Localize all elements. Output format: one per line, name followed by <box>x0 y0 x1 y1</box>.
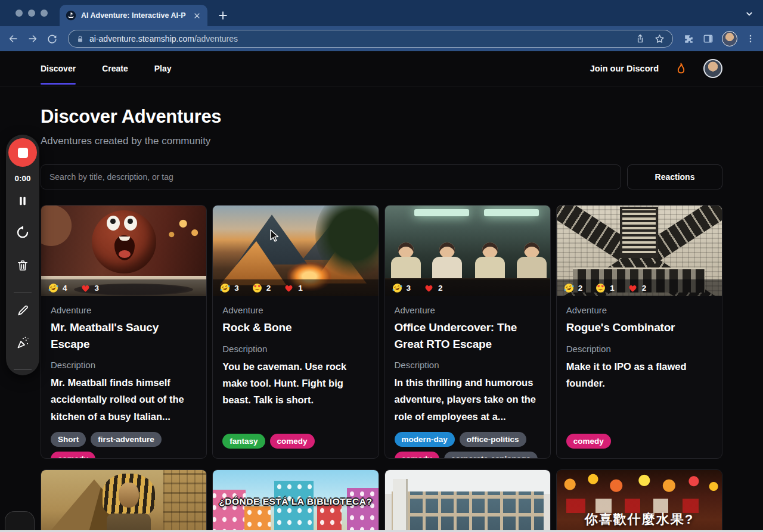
browser-tab[interactable]: AI Adventure: Interactive AI-P <box>60 5 207 26</box>
back-button[interactable] <box>7 33 19 45</box>
office-building-facade-illustration <box>392 491 544 532</box>
tag-corporate-espionage[interactable]: corporate-espionage <box>444 452 538 459</box>
adventure-card-office-building[interactable] <box>384 469 551 532</box>
window-minimize-button[interactable] <box>28 10 35 17</box>
stop-recording-button[interactable] <box>8 138 37 167</box>
nav-tab-discover[interactable]: Discover <box>41 51 76 86</box>
heart-eyes-emoji-icon <box>252 283 262 293</box>
webcam-bubble[interactable] <box>5 511 35 532</box>
adventure-title: Mr. Meatball's Saucy Escape <box>51 319 197 352</box>
card-body: Adventure Rogue's Combinator Description… <box>557 296 722 458</box>
page-url[interactable]: ai-adventure.steamship.com/adventures <box>89 34 238 43</box>
tag-modern-day[interactable]: modern-day <box>395 432 455 447</box>
reaction-heart[interactable]: 2 <box>628 283 647 293</box>
share-icon[interactable] <box>635 33 646 44</box>
nav-tab-create[interactable]: Create <box>102 51 128 86</box>
tab-search-chevron-icon[interactable] <box>744 8 755 19</box>
reaction-heart-eyes[interactable]: 2 <box>252 283 271 293</box>
tag-office-politics[interactable]: office-politics <box>460 432 526 447</box>
adventure-card-egypt[interactable] <box>41 469 207 532</box>
reaction-count: 2 <box>266 284 271 293</box>
tag-list: modern-day office-politics comedy corpor… <box>395 425 541 459</box>
extensions-puzzle-icon[interactable] <box>683 33 694 45</box>
ceiling-light-illustration <box>484 209 539 216</box>
adventures-grid: 4 3 Adventure Mr. Meatball's Saucy Escap… <box>41 205 722 532</box>
reaction-rofl[interactable]: 4 <box>48 283 67 293</box>
heart-emoji-icon <box>628 283 638 293</box>
rofl-emoji-icon <box>220 283 230 293</box>
join-discord-link[interactable]: Join our Discord <box>590 64 659 73</box>
user-avatar[interactable] <box>703 59 722 78</box>
pharaoh-face-illustration <box>119 483 139 508</box>
adventure-card-rock-bone[interactable]: 3 2 1 Advent <box>212 205 379 459</box>
adventure-label: Adventure <box>395 305 541 315</box>
forward-button[interactable] <box>27 33 39 45</box>
reaction-count: 4 <box>63 284 67 293</box>
tag-comedy[interactable]: comedy <box>51 452 95 459</box>
tag-first-adventure[interactable]: first-adventure <box>91 432 162 447</box>
reactions-sort-button[interactable]: Reactions <box>627 164 722 189</box>
adventure-cover-image: 3 2 1 <box>213 206 378 296</box>
tab-close-icon[interactable] <box>193 11 201 20</box>
window-close-button[interactable] <box>15 10 23 17</box>
reaction-rofl[interactable]: 3 <box>220 283 239 293</box>
reaction-rofl[interactable]: 2 <box>564 283 583 293</box>
effects-wand-icon[interactable] <box>15 336 30 350</box>
description-label: Description <box>222 344 368 354</box>
heart-eyes-emoji-icon <box>595 283 606 293</box>
building-tower-illustration <box>393 479 408 532</box>
card-body: Adventure Rock & Bone Description You be… <box>213 296 378 458</box>
side-panel-icon[interactable] <box>702 33 714 45</box>
restart-recording-icon[interactable] <box>15 225 30 239</box>
browser-profile-avatar[interactable] <box>722 31 737 46</box>
tag-comedy[interactable]: comedy <box>270 434 315 449</box>
reaction-heart[interactable]: 1 <box>284 283 303 293</box>
reaction-count: 3 <box>234 284 239 293</box>
address-bar[interactable]: ai-adventure.steamship.com/adventures <box>68 30 673 48</box>
adventure-card-fruit-market[interactable]: 你喜歡什麼水果? <box>556 469 722 532</box>
adventure-card-biblioteca[interactable]: ¿DÓNDE ESTÁ LA BIBLIOTECA? <box>212 469 379 532</box>
rofl-emoji-icon <box>392 283 402 293</box>
page-subtitle: Adventures created by the community <box>41 135 722 147</box>
adventure-card-rogues-combinator[interactable]: 2 1 2 Advent <box>556 205 722 459</box>
lock-icon <box>76 35 85 43</box>
reaction-heart[interactable]: 2 <box>424 283 443 293</box>
reaction-count: 1 <box>610 284 615 293</box>
flame-icon[interactable] <box>674 62 688 76</box>
adventure-cover-image: ¿DÓNDE ESTÁ LA BIBLIOTECA? <box>213 470 378 532</box>
site-navigation: Discover Create Play Join our Discord <box>0 51 763 86</box>
office-worker-illustration <box>390 242 422 281</box>
pharaoh-body-illustration <box>107 514 151 532</box>
recording-timer: 0:00 <box>14 174 30 183</box>
adventure-description: Mr. Meatball finds himself accidentally … <box>51 374 197 425</box>
nav-tab-play[interactable]: Play <box>154 51 172 86</box>
new-tab-button[interactable] <box>217 10 229 21</box>
reaction-rofl[interactable]: 3 <box>392 283 411 293</box>
reaction-heart-eyes[interactable]: 1 <box>595 283 615 293</box>
pause-recording-icon[interactable] <box>16 194 30 208</box>
heart-emoji-icon <box>424 283 434 293</box>
adventure-card-office-undercover[interactable]: 3 2 Adventure Office Undercover: The Gre… <box>384 205 551 459</box>
active-tab-underline <box>41 83 76 85</box>
reaction-heart[interactable]: 3 <box>80 283 100 293</box>
reload-button[interactable] <box>46 33 58 45</box>
window-zoom-button[interactable] <box>41 10 48 17</box>
reaction-count: 2 <box>642 284 647 293</box>
bookmark-star-icon[interactable] <box>654 33 665 45</box>
discover-main: Discover Adventures Adventures created b… <box>0 106 763 532</box>
delete-recording-icon[interactable] <box>16 259 30 272</box>
rofl-emoji-icon <box>564 283 574 293</box>
tag-comedy[interactable]: comedy <box>566 434 611 449</box>
adventure-card-meatball[interactable]: 4 3 Adventure Mr. Meatball's Saucy Escap… <box>41 205 207 459</box>
tag-short[interactable]: Short <box>51 432 86 447</box>
pen-annotation-icon[interactable] <box>16 304 30 318</box>
building-illustration <box>347 488 378 532</box>
tag-comedy[interactable]: comedy <box>395 452 439 459</box>
search-input[interactable] <box>41 164 621 189</box>
cover-caption-text: ¿DÓNDE ESTÁ LA BIBLIOTECA? <box>213 496 378 507</box>
tag-fantasy[interactable]: fantasy <box>222 434 265 449</box>
window-controls[interactable] <box>15 10 48 17</box>
reaction-bar: 3 2 <box>385 279 550 296</box>
page-content: Discover Create Play Join our Discord Di… <box>0 51 763 532</box>
browser-menu-icon[interactable] <box>745 33 756 44</box>
